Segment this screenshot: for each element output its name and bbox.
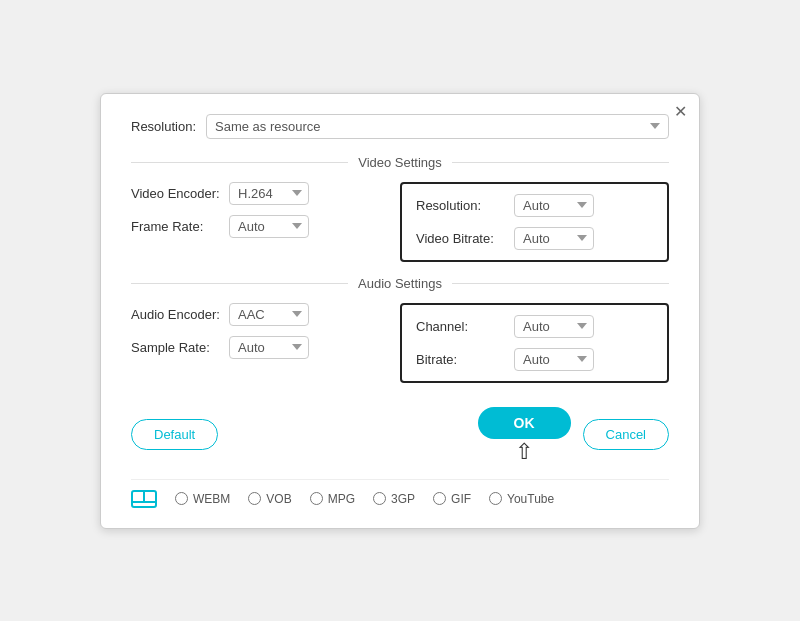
video-bitrate-label: Video Bitrate:: [416, 231, 506, 246]
top-resolution-select[interactable]: Same as resource: [206, 114, 669, 139]
sample-rate-select[interactable]: Auto: [229, 336, 309, 359]
ok-button[interactable]: OK: [478, 407, 571, 439]
video-encoder-row: Video Encoder: H.264: [131, 182, 390, 205]
frame-rate-row: Frame Rate: Auto: [131, 215, 390, 238]
audio-encoder-select[interactable]: AAC: [229, 303, 309, 326]
bitrate-row: Bitrate: Auto: [416, 348, 653, 371]
format-option-webm[interactable]: WEBM: [175, 492, 230, 506]
format-option-3gp[interactable]: 3GP: [373, 492, 415, 506]
format-bar: WEBM VOB MPG 3GP GIF YouTube: [131, 479, 669, 508]
format-radio-mpg[interactable]: [310, 492, 323, 505]
sample-rate-row: Sample Rate: Auto: [131, 336, 390, 359]
audio-settings-title: Audio Settings: [358, 276, 442, 291]
channel-label: Channel:: [416, 319, 506, 334]
channel-row: Channel: Auto: [416, 315, 653, 338]
buttons-row: Default OK ⇧ Cancel: [131, 407, 669, 463]
format-option-vob[interactable]: VOB: [248, 492, 291, 506]
format-icon: [131, 490, 157, 508]
video-encoder-select[interactable]: H.264: [229, 182, 309, 205]
video-settings-title: Video Settings: [358, 155, 442, 170]
resolution-select[interactable]: Auto: [514, 194, 594, 217]
video-encoder-label: Video Encoder:: [131, 186, 221, 201]
btn-group-right: OK ⇧ Cancel: [478, 407, 669, 463]
audio-settings-left: Audio Encoder: AAC Sample Rate: Auto: [131, 303, 400, 383]
resolution-row: Resolution: Auto: [416, 194, 653, 217]
audio-settings-divider: Audio Settings: [131, 276, 669, 291]
format-radio-3gp[interactable]: [373, 492, 386, 505]
audio-settings-grid: Audio Encoder: AAC Sample Rate: Auto Cha…: [131, 303, 669, 383]
bitrate-label: Bitrate:: [416, 352, 506, 367]
settings-dialog: ✕ Resolution: Same as resource Video Set…: [100, 93, 700, 529]
format-radio-youtube[interactable]: [489, 492, 502, 505]
format-radio-vob[interactable]: [248, 492, 261, 505]
format-option-gif[interactable]: GIF: [433, 492, 471, 506]
top-resolution-row: Resolution: Same as resource: [131, 114, 669, 139]
format-radio-gif[interactable]: [433, 492, 446, 505]
divider-line-right: [452, 162, 669, 163]
default-button[interactable]: Default: [131, 419, 218, 450]
ok-wrapper: OK ⇧: [478, 407, 571, 463]
format-option-mpg[interactable]: MPG: [310, 492, 355, 506]
video-bitrate-row: Video Bitrate: Auto: [416, 227, 653, 250]
divider-line-left: [131, 162, 348, 163]
format-radio-webm[interactable]: [175, 492, 188, 505]
close-button[interactable]: ✕: [674, 104, 687, 120]
frame-rate-label: Frame Rate:: [131, 219, 221, 234]
audio-settings-right: Channel: Auto Bitrate: Auto: [400, 303, 669, 383]
resolution-label: Resolution:: [416, 198, 506, 213]
frame-rate-select[interactable]: Auto: [229, 215, 309, 238]
channel-select[interactable]: Auto: [514, 315, 594, 338]
top-resolution-label: Resolution:: [131, 119, 196, 134]
audio-encoder-label: Audio Encoder:: [131, 307, 221, 322]
audio-divider-line-left: [131, 283, 348, 284]
video-settings-grid: Video Encoder: H.264 Frame Rate: Auto Re…: [131, 182, 669, 262]
video-settings-divider: Video Settings: [131, 155, 669, 170]
arrow-up-icon: ⇧: [515, 441, 533, 463]
audio-encoder-row: Audio Encoder: AAC: [131, 303, 390, 326]
audio-divider-line-right: [452, 283, 669, 284]
format-option-youtube[interactable]: YouTube: [489, 492, 554, 506]
cancel-button[interactable]: Cancel: [583, 419, 669, 450]
video-settings-right: Resolution: Auto Video Bitrate: Auto: [400, 182, 669, 262]
video-settings-left: Video Encoder: H.264 Frame Rate: Auto: [131, 182, 400, 262]
bitrate-select[interactable]: Auto: [514, 348, 594, 371]
sample-rate-label: Sample Rate:: [131, 340, 221, 355]
video-bitrate-select[interactable]: Auto: [514, 227, 594, 250]
